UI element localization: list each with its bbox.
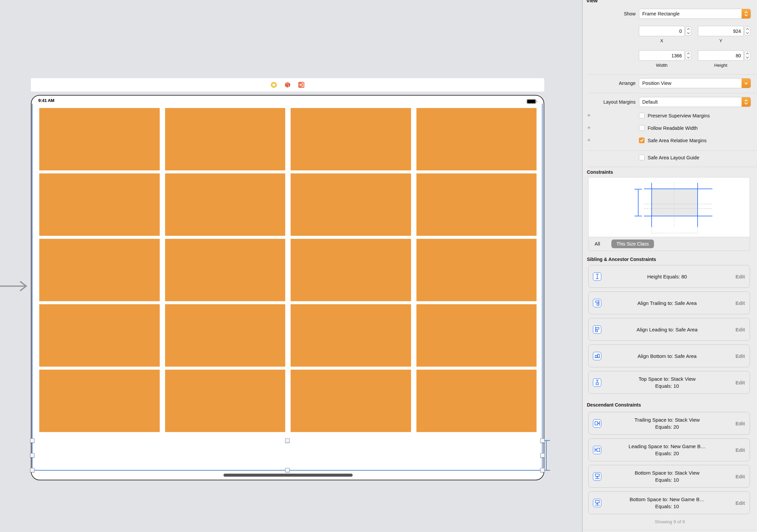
- checkbox-label: Preserve Superview Margins: [648, 113, 710, 118]
- storyboard-canvas: 1 9:41 AM: [0, 0, 582, 532]
- selection-handle[interactable]: [540, 453, 545, 458]
- align-trailing-icon: [593, 299, 601, 307]
- entry-point-arrow-icon[interactable]: [0, 281, 32, 291]
- selection-handle[interactable]: [30, 453, 35, 458]
- arrange-label: Arrange: [583, 81, 636, 86]
- card-button[interactable]: [291, 108, 411, 170]
- inspector-title: View: [586, 0, 598, 3]
- card-button[interactable]: [39, 108, 160, 170]
- checkbox[interactable]: [639, 113, 645, 118]
- card-button[interactable]: [291, 239, 411, 301]
- selection-outline-right: [542, 104, 543, 471]
- y-field[interactable]: [698, 26, 744, 36]
- edit-button[interactable]: Edit: [736, 474, 745, 479]
- card-button[interactable]: [39, 239, 160, 301]
- card-button[interactable]: [416, 239, 537, 301]
- constraint-row[interactable]: Align Bottom to: Safe Area Edit: [588, 344, 750, 367]
- card-button[interactable]: [165, 108, 286, 170]
- card-button[interactable]: [416, 108, 537, 170]
- edit-button[interactable]: Edit: [736, 300, 745, 306]
- edit-button[interactable]: Edit: [736, 274, 745, 279]
- constraint-text: Bottom Space to: Stack View: [605, 469, 729, 476]
- add-constraint-plus-button[interactable]: +: [586, 138, 592, 143]
- card-button[interactable]: [291, 304, 411, 367]
- filter-all-button[interactable]: All: [595, 241, 600, 247]
- align-bottom-icon: [593, 352, 601, 360]
- card-grid: [39, 108, 537, 432]
- x-stepper[interactable]: [686, 26, 691, 36]
- edit-button[interactable]: Edit: [736, 380, 745, 385]
- edit-button[interactable]: Edit: [736, 353, 745, 359]
- selection-outline-left: [32, 104, 33, 471]
- constraint-row[interactable]: Bottom Space to: New Game B… Equals: 10 …: [588, 491, 750, 514]
- safe-area-layout-guide-label: Safe Area Layout Guide: [648, 155, 699, 160]
- checkbox[interactable]: [639, 138, 645, 143]
- show-dropdown[interactable]: Frame Rectangle: [639, 9, 751, 19]
- edit-button[interactable]: Edit: [736, 421, 745, 426]
- selection-handle[interactable]: [285, 438, 290, 443]
- constraint-row[interactable]: Height Equals: 80 Edit: [588, 265, 750, 288]
- constraint-row[interactable]: Trailing Space to: Stack View Equals: 20…: [588, 412, 750, 435]
- card-button[interactable]: [39, 370, 160, 432]
- view-controller-icon[interactable]: [270, 82, 277, 88]
- width-field[interactable]: [639, 50, 685, 61]
- x-field[interactable]: [639, 26, 685, 36]
- bottom-space-icon: [593, 472, 601, 481]
- edit-button[interactable]: Edit: [736, 447, 745, 453]
- height-caption: Height: [698, 63, 744, 68]
- card-button[interactable]: [165, 304, 286, 367]
- card-button[interactable]: [165, 370, 286, 432]
- exit-icon[interactable]: [298, 82, 305, 88]
- card-button[interactable]: [39, 304, 160, 367]
- card-button[interactable]: [416, 304, 537, 367]
- constraint-row[interactable]: Align Leading to: Safe Area Edit: [588, 318, 750, 341]
- card-button[interactable]: [291, 173, 411, 236]
- constraints-header: Constraints: [587, 169, 613, 175]
- constraint-text: Top Space to: Stack View: [605, 375, 729, 382]
- y-stepper[interactable]: [745, 26, 750, 36]
- card-button[interactable]: [39, 173, 160, 236]
- constraint-row[interactable]: Leading Space to: New Game B… Equals: 20…: [588, 438, 750, 461]
- selection-handle[interactable]: [30, 468, 35, 472]
- height-field[interactable]: [698, 50, 744, 61]
- width-stepper[interactable]: [686, 51, 691, 60]
- constraint-text: Align Trailing to: Safe Area: [605, 300, 729, 307]
- pulldown-chevron-icon: [742, 78, 751, 88]
- filter-this-size-class-button[interactable]: This Size Class: [611, 240, 654, 248]
- edit-button[interactable]: Edit: [736, 500, 745, 506]
- selection-handle[interactable]: [540, 438, 545, 443]
- checkbox-label: Follow Readable Width: [648, 125, 698, 131]
- constraint-row[interactable]: Bottom Space to: Stack View Equals: 10 E…: [588, 465, 750, 488]
- constraint-row[interactable]: Top Space to: Stack View Equals: 10 Edit: [588, 371, 750, 394]
- selection-handle[interactable]: [285, 468, 290, 472]
- layout-margins-dropdown[interactable]: Default: [639, 97, 751, 107]
- selection-handle[interactable]: [540, 468, 545, 472]
- constraint-text: Leading Space to: New Game B…: [605, 443, 729, 450]
- card-button[interactable]: [291, 370, 411, 432]
- card-button[interactable]: [165, 239, 286, 301]
- add-constraint-plus-button[interactable]: +: [586, 113, 592, 118]
- height-constraint-indicator: [546, 440, 547, 471]
- edit-button[interactable]: Edit: [736, 327, 745, 332]
- y-caption: Y: [698, 38, 744, 43]
- constraint-text: Align Leading to: Safe Area: [605, 326, 729, 333]
- checkbox[interactable]: [639, 125, 645, 131]
- xcode-interface-builder: { "colors": { "card_orange": "#ED9B40", …: [0, 0, 757, 532]
- size-inspector-panel: View Show Frame Rectangle X Y Width Heig…: [582, 0, 757, 532]
- device-frame: 9:41 AM: [31, 95, 544, 480]
- card-button[interactable]: [416, 173, 537, 236]
- card-button[interactable]: [165, 173, 286, 236]
- first-responder-icon[interactable]: 1: [284, 82, 291, 88]
- battery-icon: [526, 99, 536, 104]
- constraint-row[interactable]: Align Trailing to: Safe Area Edit: [588, 291, 750, 314]
- popup-chevrons-icon: [742, 97, 751, 107]
- safe-area-layout-guide-checkbox[interactable]: [639, 155, 645, 160]
- sibling-constraints-list: Height Equals: 80 Edit Align Trailing to…: [588, 265, 750, 394]
- height-stepper[interactable]: [745, 51, 750, 60]
- card-button[interactable]: [416, 370, 537, 432]
- arrange-dropdown[interactable]: Position View: [639, 78, 751, 88]
- top-space-icon: [593, 378, 601, 387]
- constraint-text2: Equals: 20: [605, 423, 729, 430]
- add-constraint-plus-button[interactable]: +: [586, 125, 592, 130]
- selection-handle[interactable]: [30, 438, 35, 443]
